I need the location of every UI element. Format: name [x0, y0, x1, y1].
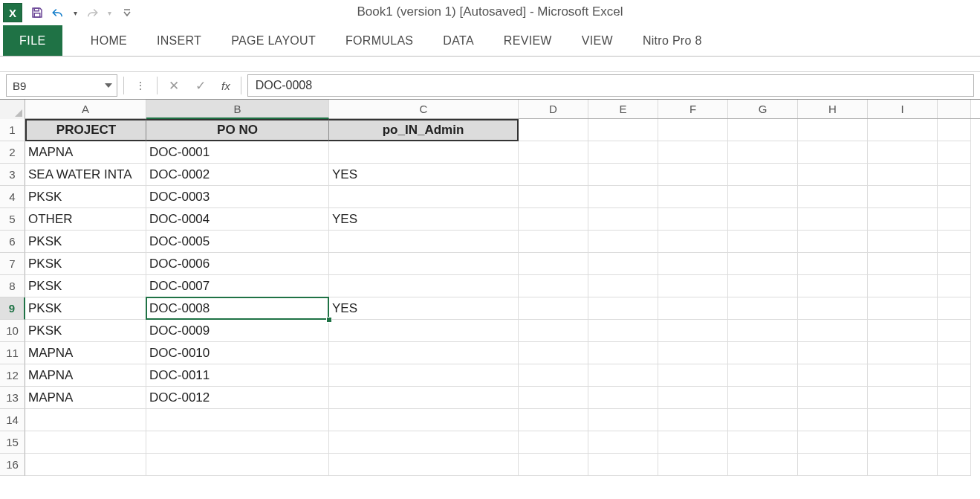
row-header[interactable]: 12: [0, 364, 25, 387]
cell[interactable]: [658, 208, 728, 231]
cell[interactable]: [588, 320, 658, 342]
cell[interactable]: [588, 119, 658, 141]
cell[interactable]: [728, 231, 798, 253]
cell[interactable]: [798, 320, 868, 342]
cell[interactable]: PKSK: [25, 275, 146, 297]
cell[interactable]: [728, 454, 798, 476]
cell[interactable]: DOC-0002: [146, 164, 329, 186]
tab-formulas[interactable]: FORMULAS: [331, 25, 428, 56]
cell[interactable]: [798, 297, 868, 320]
cell[interactable]: DOC-0004: [146, 208, 329, 231]
column-header[interactable]: D: [519, 100, 588, 118]
cell[interactable]: [868, 231, 938, 253]
cell[interactable]: [798, 231, 868, 253]
cell[interactable]: [519, 186, 588, 208]
cell[interactable]: [938, 320, 971, 342]
cell[interactable]: DOC-0006: [146, 253, 329, 275]
cell[interactable]: [798, 387, 868, 409]
cell[interactable]: [519, 320, 588, 342]
column-header[interactable]: A: [25, 100, 146, 118]
cell[interactable]: [728, 297, 798, 320]
cell[interactable]: [588, 297, 658, 320]
cell[interactable]: [519, 275, 588, 297]
cell[interactable]: [588, 186, 658, 208]
qat-customize-icon[interactable]: [120, 2, 134, 23]
cell[interactable]: [25, 454, 146, 476]
save-button[interactable]: [27, 2, 48, 23]
cell[interactable]: [329, 231, 519, 253]
cell[interactable]: YES: [329, 208, 519, 231]
cell[interactable]: [146, 431, 329, 454]
cell[interactable]: [519, 164, 588, 186]
cell[interactable]: [658, 320, 728, 342]
cell[interactable]: [938, 431, 971, 454]
cell[interactable]: [728, 431, 798, 454]
column-header[interactable]: C: [329, 100, 519, 118]
cell[interactable]: [868, 275, 938, 297]
row-header[interactable]: 3: [0, 164, 25, 186]
row-header[interactable]: 14: [0, 409, 25, 431]
cell[interactable]: [938, 297, 971, 320]
cell[interactable]: DOC-0010: [146, 342, 329, 364]
cell[interactable]: PROJECT: [25, 119, 146, 141]
cell[interactable]: [868, 431, 938, 454]
cell[interactable]: [658, 409, 728, 431]
tab-insert[interactable]: INSERT: [142, 25, 216, 56]
row-header[interactable]: 7: [0, 253, 25, 275]
cell[interactable]: [329, 186, 519, 208]
cell[interactable]: [519, 364, 588, 387]
cell[interactable]: PKSK: [25, 186, 146, 208]
cell[interactable]: [868, 409, 938, 431]
cell[interactable]: [329, 454, 519, 476]
cell[interactable]: MAPNA: [25, 342, 146, 364]
cell[interactable]: SEA WATER INTA: [25, 164, 146, 186]
cell[interactable]: [798, 275, 868, 297]
cell[interactable]: MAPNA: [25, 141, 146, 164]
cell[interactable]: [519, 297, 588, 320]
cell[interactable]: [798, 431, 868, 454]
redo-more-icon[interactable]: ▾: [103, 2, 116, 23]
cell[interactable]: [25, 431, 146, 454]
cell[interactable]: [658, 364, 728, 387]
cell[interactable]: [938, 364, 971, 387]
row-header[interactable]: 10: [0, 320, 25, 342]
cell[interactable]: [329, 409, 519, 431]
cell[interactable]: [868, 253, 938, 275]
fill-handle[interactable]: [326, 317, 332, 323]
cell[interactable]: [798, 253, 868, 275]
cell[interactable]: [329, 275, 519, 297]
cell[interactable]: [798, 119, 868, 141]
cell[interactable]: po_IN_Admin: [329, 119, 519, 141]
cancel-button[interactable]: ✕: [163, 75, 184, 96]
cell[interactable]: [728, 409, 798, 431]
cell[interactable]: [728, 320, 798, 342]
cell[interactable]: [329, 342, 519, 364]
cell[interactable]: [588, 231, 658, 253]
cell[interactable]: [519, 454, 588, 476]
cell[interactable]: PO NO: [146, 119, 329, 141]
cell[interactable]: [728, 275, 798, 297]
cell[interactable]: [519, 387, 588, 409]
cell[interactable]: [938, 119, 971, 141]
cell[interactable]: [938, 186, 971, 208]
name-box[interactable]: B9: [6, 74, 117, 97]
cell[interactable]: [588, 409, 658, 431]
formula-input[interactable]: DOC-0008: [247, 74, 974, 97]
undo-button[interactable]: [48, 2, 68, 23]
cell[interactable]: [588, 431, 658, 454]
cell[interactable]: YES: [329, 297, 519, 320]
undo-more-icon[interactable]: ▾: [68, 2, 82, 23]
cell[interactable]: [868, 186, 938, 208]
cell[interactable]: [658, 342, 728, 364]
cell[interactable]: [868, 119, 938, 141]
row-header[interactable]: 11: [0, 342, 25, 364]
cell[interactable]: [728, 342, 798, 364]
cell[interactable]: DOC-0009: [146, 320, 329, 342]
cell[interactable]: [868, 297, 938, 320]
cell[interactable]: [938, 275, 971, 297]
tab-view[interactable]: VIEW: [567, 25, 628, 56]
cell[interactable]: [588, 208, 658, 231]
cell[interactable]: [658, 186, 728, 208]
cell[interactable]: [868, 208, 938, 231]
cell[interactable]: [329, 320, 519, 342]
